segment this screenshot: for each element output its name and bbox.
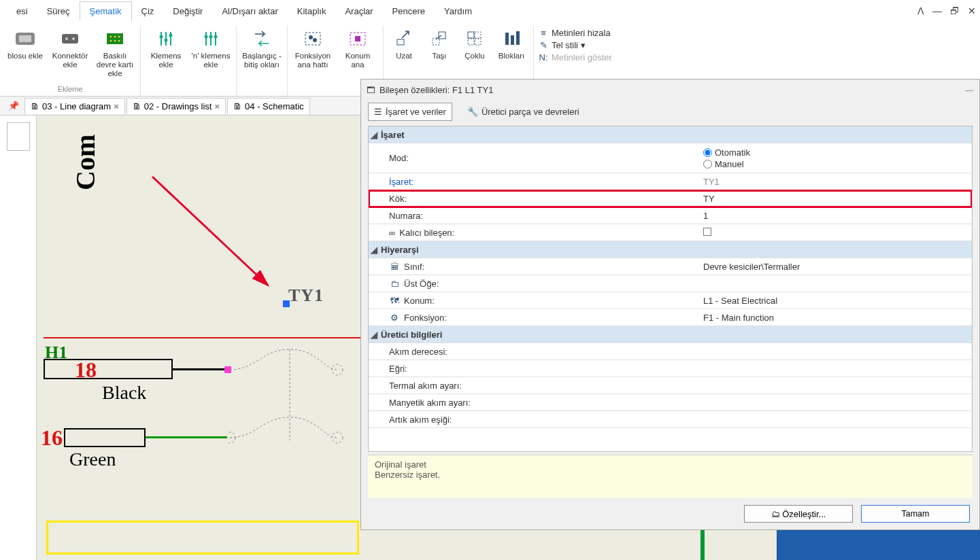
align-texts-button[interactable]: ≡Metinleri hizala bbox=[538, 27, 612, 38]
dialog-tabs: ☰İşaret ve veriler 🔧Üretici parça ve dev… bbox=[361, 100, 979, 123]
terminal-box[interactable] bbox=[64, 428, 146, 447]
svg-point-11 bbox=[118, 40, 120, 42]
collapse-ribbon-icon[interactable]: ᐱ bbox=[913, 5, 928, 16]
prop-row-mod: Mod: Otomatik Manuel bbox=[369, 143, 972, 173]
prop-row[interactable]: Akım derecesi: bbox=[369, 343, 972, 360]
wire-style-dropdown[interactable]: ✎Tel stili▾ bbox=[538, 39, 612, 50]
parent-icon: 🗀 bbox=[389, 278, 400, 289]
ribbon-group: Başlangıç - bitiş okları bbox=[237, 26, 288, 96]
svg-point-25 bbox=[309, 35, 313, 39]
ribbon-btn[interactable]: Konum ana bbox=[337, 26, 379, 71]
wrench-icon: 🔧 bbox=[467, 107, 478, 117]
prop-row-ust[interactable]: 🗀Üst Öğe: bbox=[369, 275, 972, 292]
ok-button[interactable]: Tamam bbox=[861, 505, 970, 523]
restore-icon[interactable]: 🗗 bbox=[946, 5, 964, 16]
ribbon-btn[interactable]: Konnektör ekle bbox=[49, 26, 91, 80]
prop-row[interactable]: Eğri: bbox=[369, 360, 972, 377]
selection-handle[interactable] bbox=[283, 300, 290, 307]
document-tab[interactable]: 🗎02 - Drawings list× bbox=[126, 98, 226, 114]
ribbon-group-label: Ekleme bbox=[58, 85, 83, 93]
prop-row-kok[interactable]: Kök:TY bbox=[369, 190, 972, 207]
menu-tab[interactable]: Al/Dışarı aktar bbox=[212, 2, 287, 20]
close-icon[interactable]: ✕ bbox=[964, 5, 980, 16]
svg-point-4 bbox=[72, 37, 75, 40]
component-label-ty1[interactable]: TY1 bbox=[288, 285, 324, 306]
doc-icon: 🗎 bbox=[133, 101, 141, 111]
prop-row-konum[interactable]: 🗺Konum:L1 - Seat Electrical bbox=[369, 292, 972, 309]
section-header[interactable]: ◢Hiyerarşi bbox=[369, 241, 972, 258]
svg-rect-37 bbox=[511, 35, 514, 45]
customize-button[interactable]: 🗂 Özelleştir... bbox=[744, 505, 853, 523]
menu-tab[interactable]: Kitaplık bbox=[288, 2, 336, 20]
prop-row-numara[interactable]: Numara:1 bbox=[369, 207, 972, 224]
minimize-icon[interactable]: — bbox=[928, 5, 946, 16]
prop-row-sinif[interactable]: 🏛Sınıf:Devre kesiciler\Termaller bbox=[369, 258, 972, 275]
ribbon-btn[interactable]: blosu ekle bbox=[4, 26, 46, 80]
section-header[interactable]: ◢İşaret bbox=[369, 126, 972, 143]
color-label-black: Black bbox=[102, 382, 146, 404]
function-icon: ⚙ bbox=[389, 312, 400, 323]
dialog-title: Bileşen özellikleri: F1 L1 TY1 bbox=[379, 85, 493, 95]
show-texts-dropdown[interactable]: N:Metinleri göster bbox=[538, 52, 612, 63]
menu-tab[interactable]: Değiştir bbox=[163, 2, 212, 20]
svg-rect-1 bbox=[19, 35, 31, 42]
dialog-tab-manufacturer[interactable]: 🔧Üretici parça ve devreleri bbox=[462, 103, 585, 120]
prop-row-fonksiyon[interactable]: ⚙Fonksiyon:F1 - Main function bbox=[369, 309, 972, 326]
document-tab[interactable]: 🗎04 - Schematic bbox=[227, 98, 310, 114]
svg-point-23 bbox=[214, 35, 218, 39]
prop-row-isaret[interactable]: İşaret:TY1 bbox=[369, 173, 972, 190]
ribbon-btn[interactable]: Çoklu bbox=[458, 26, 491, 62]
tablosu-icon bbox=[14, 27, 37, 50]
svg-point-8 bbox=[118, 36, 120, 38]
radio-manual[interactable] bbox=[703, 160, 712, 169]
ribbon-btn[interactable]: Fonksiyon ana hattı bbox=[292, 26, 334, 71]
ribbon-btn[interactable]: Başlangıç - bitiş okları bbox=[241, 26, 283, 71]
svg-point-22 bbox=[209, 35, 213, 39]
svg-point-17 bbox=[169, 34, 173, 37]
close-tab-icon[interactable]: × bbox=[114, 101, 119, 111]
prop-row-kalici[interactable]: ∞Kalıcı bileşen: bbox=[369, 224, 972, 241]
menu-tab[interactable]: Yardım bbox=[435, 2, 481, 20]
com-label: Com bbox=[69, 135, 101, 190]
ribbon-btn[interactable]: Blokları bbox=[494, 26, 529, 62]
pin-icon[interactable]: 📌 bbox=[4, 101, 23, 111]
terminal-box[interactable] bbox=[44, 359, 173, 379]
menu-tab[interactable]: Çiz bbox=[132, 2, 164, 20]
ribbon-btn[interactable]: Klemens ekle bbox=[145, 26, 187, 71]
svg-point-16 bbox=[165, 39, 168, 42]
ribbon-btn[interactable]: Baskılı devre kartı ekle bbox=[94, 26, 136, 80]
dialog-minimize-icon[interactable]: — bbox=[965, 85, 974, 95]
dialog-titlebar[interactable]: 🗔 Bileşen özellikleri: F1 L1 TY1 — bbox=[361, 80, 979, 100]
menu-tab[interactable]: Araçlar bbox=[335, 2, 382, 20]
svg-point-7 bbox=[114, 36, 116, 38]
section-header[interactable]: ◢Üretici bilgileri bbox=[369, 326, 972, 343]
menu-tab[interactable]: Pencere bbox=[383, 2, 435, 20]
ribbon-btn[interactable]: Taşı bbox=[423, 26, 456, 62]
show-text-icon: N: bbox=[538, 52, 549, 63]
svg-rect-28 bbox=[355, 36, 360, 41]
collapse-icon[interactable]: ◢ bbox=[369, 245, 379, 255]
collapse-icon[interactable]: ◢ bbox=[369, 130, 379, 140]
dashed-path bbox=[229, 345, 365, 454]
menu-tab-active[interactable]: Şematik bbox=[80, 1, 132, 20]
document-tab[interactable]: 🗎03 - Line diagram× bbox=[24, 98, 125, 114]
close-tab-icon[interactable]: × bbox=[214, 101, 220, 111]
prop-row[interactable]: Manyetik akım ayarı: bbox=[369, 394, 972, 411]
color-label-green: Green bbox=[69, 449, 116, 470]
dialog-tab-mark-data[interactable]: ☰İşaret ve veriler bbox=[368, 103, 452, 121]
radio-auto[interactable] bbox=[703, 148, 712, 157]
mod-radio-group[interactable]: Otomatik Manuel bbox=[703, 147, 972, 169]
checkbox-kalici[interactable] bbox=[703, 228, 711, 236]
property-grid[interactable]: ◢İşaret Mod: Otomatik Manuel İşaret:TY1 … bbox=[368, 126, 973, 452]
collapse-icon[interactable]: ◢ bbox=[369, 330, 379, 340]
doc-icon: 🗎 bbox=[233, 101, 242, 111]
yellow-outline-box bbox=[46, 521, 359, 555]
menu-tab[interactable]: Süreç bbox=[37, 2, 80, 20]
prop-row[interactable]: Termal akım ayarı: bbox=[369, 377, 972, 394]
wire-number-18: 18 bbox=[75, 357, 97, 383]
ribbon-btn[interactable]: 'n' klemens ekle bbox=[190, 26, 232, 71]
prop-row[interactable]: Artık akım eşiği: bbox=[369, 411, 972, 428]
page-thumbnail[interactable] bbox=[7, 122, 30, 151]
menu-tab[interactable]: esi bbox=[7, 2, 37, 20]
ribbon-btn[interactable]: Uzat bbox=[388, 26, 420, 62]
